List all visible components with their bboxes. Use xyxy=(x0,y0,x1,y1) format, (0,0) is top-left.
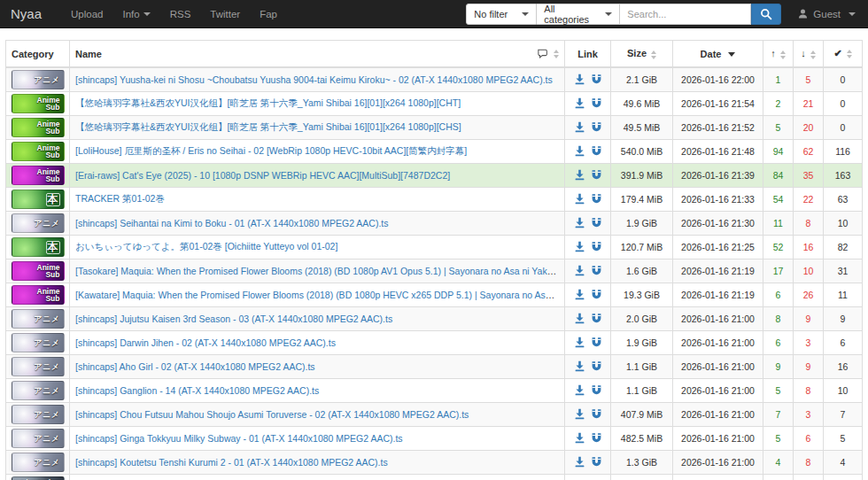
date-cell: 2026-01-16 21:00 xyxy=(673,427,763,451)
date-cell: 2026-01-16 21:00 xyxy=(673,451,763,475)
magnet-link[interactable] xyxy=(591,384,602,398)
category-link[interactable]: アニメ xyxy=(10,405,66,424)
user-menu[interactable]: Guest xyxy=(797,8,856,19)
size-cell: 1.9 GiB xyxy=(611,331,673,355)
magnet-link[interactable] xyxy=(591,169,602,182)
header-label: Link xyxy=(577,49,598,59)
magnet-link[interactable] xyxy=(591,408,602,422)
torrent-name-link[interactable]: [shincaps] Seihantai na Kimi to Boku - 0… xyxy=(75,218,388,228)
nav-item-twitter[interactable]: Twitter xyxy=(200,0,250,28)
download-torrent-link[interactable] xyxy=(574,193,585,206)
magnet-link[interactable] xyxy=(591,193,602,206)
leechers-cell: 10 xyxy=(794,475,824,480)
download-torrent-link[interactable] xyxy=(574,74,585,87)
torrent-name-link[interactable]: [Kawatare] Maquia: When the Promised Flo… xyxy=(75,290,565,300)
category-link[interactable]: AnimeSub xyxy=(10,261,66,281)
download-torrent-link[interactable] xyxy=(574,456,585,469)
header-date[interactable]: Date xyxy=(673,41,763,68)
torrent-name-link[interactable]: [shincaps] Jujutsu Kaisen 3rd Season - 0… xyxy=(75,314,392,324)
download-torrent-link[interactable] xyxy=(574,432,585,445)
category-link[interactable]: アニメ xyxy=(10,309,66,329)
magnet-link[interactable] xyxy=(591,241,602,254)
download-torrent-link[interactable] xyxy=(574,145,585,159)
category-select[interactable]: All categories xyxy=(537,4,620,25)
magnet-link[interactable] xyxy=(591,432,602,445)
header-category[interactable]: Category xyxy=(6,41,70,68)
magnet-link[interactable] xyxy=(591,74,602,87)
torrent-name-link[interactable]: [Tasokare] Maquia: When the Promised Flo… xyxy=(75,266,565,276)
download-torrent-link[interactable] xyxy=(574,337,585,350)
download-torrent-link[interactable] xyxy=(574,121,585,135)
download-torrent-link[interactable] xyxy=(574,265,585,278)
size-cell: 482.5 MiB xyxy=(611,427,673,451)
magnet-link[interactable] xyxy=(591,337,602,350)
torrent-name-link[interactable]: [shincaps] Yuusha-kei ni Shosu ~Choubats… xyxy=(75,74,553,85)
brand-logo[interactable]: Nyaa xyxy=(11,6,42,21)
header-seeders[interactable]: ↑ xyxy=(763,41,794,68)
magnet-link[interactable] xyxy=(591,360,602,374)
download-torrent-link[interactable] xyxy=(574,360,585,374)
nav-item-rss[interactable]: RSS xyxy=(160,0,201,28)
torrent-name-link[interactable]: おいちぃってゆってよ。第01-02巻 [Oichiitte Yutteyo vo… xyxy=(75,241,337,252)
header-link[interactable]: Link xyxy=(565,41,611,68)
sort-toggle-icon[interactable] xyxy=(554,50,559,58)
magnet-link[interactable] xyxy=(591,145,602,159)
header-size[interactable]: Size xyxy=(611,41,673,68)
link-cell xyxy=(565,116,611,140)
category-link[interactable]: アニメ xyxy=(10,70,66,89)
header-leechers[interactable]: ↓ xyxy=(794,41,824,68)
magnet-link[interactable] xyxy=(591,97,602,111)
magnet-link[interactable] xyxy=(591,456,602,469)
magnet-icon xyxy=(591,384,602,396)
torrent-name-link[interactable]: [Erai-raws] Cat's Eye (2025) - 10 [1080p… xyxy=(75,170,450,181)
torrent-name-link[interactable]: [shincaps] Darwin Jihen - 02 (AT-X 1440x… xyxy=(75,337,336,348)
nav-item-fap[interactable]: Fap xyxy=(250,0,287,28)
download-torrent-link[interactable] xyxy=(574,97,585,111)
category-link[interactable]: AnimeSub xyxy=(10,166,66,185)
category-link[interactable]: AnimeSub xyxy=(10,142,66,161)
category-link[interactable]: 本 xyxy=(10,190,66,209)
category-link[interactable]: アニメ xyxy=(10,213,66,233)
filter-select[interactable]: No filter xyxy=(466,4,537,25)
category-link[interactable]: AnimeSub xyxy=(10,118,66,137)
header-name[interactable]: Name xyxy=(70,41,565,68)
magnet-link[interactable] xyxy=(591,265,602,278)
seeders-cell: 8 xyxy=(763,307,794,331)
category-link[interactable]: アニメ xyxy=(10,381,66,400)
nav-item-upload[interactable]: Upload xyxy=(61,0,112,28)
torrent-name-link[interactable]: 【悠哈璃羽字幕社&西农YUI汉化组】[暗芝居 第十六季_Yami Shibai … xyxy=(75,121,461,132)
nav-item-info[interactable]: Info xyxy=(112,0,159,28)
magnet-link[interactable] xyxy=(591,313,602,326)
torrent-name-link[interactable]: [shincaps] Koutetsu Tenshi Kurumi 2 - 01… xyxy=(75,457,388,468)
magnet-link[interactable] xyxy=(591,217,602,230)
download-torrent-link[interactable] xyxy=(574,408,585,422)
torrent-name-link[interactable]: [shincaps] Ganglion - 14 (AT-X 1440x1080… xyxy=(75,385,319,396)
category-link[interactable]: アニメ xyxy=(10,453,66,472)
category-link[interactable]: AnimeSub xyxy=(10,94,66,113)
search-button[interactable] xyxy=(751,4,781,25)
torrent-name-link[interactable]: [shincaps] Chou Futsuu Mahou Shoujo Asum… xyxy=(75,409,469,420)
seeders-cell: 4 xyxy=(763,451,794,475)
category-link[interactable]: アニメ xyxy=(10,429,66,448)
magnet-link[interactable] xyxy=(591,289,602,302)
download-torrent-link[interactable] xyxy=(574,289,585,302)
category-link[interactable]: アニメ xyxy=(10,357,66,376)
header-completed[interactable]: ✔ xyxy=(824,41,863,68)
torrent-name-link[interactable]: [shincaps] Aho Girl - 02 (AT-X 1440x1080… xyxy=(75,361,315,372)
download-torrent-link[interactable] xyxy=(574,169,585,182)
download-torrent-link[interactable] xyxy=(574,313,585,326)
torrent-name-link[interactable]: [shincaps] Ginga Tokkyuu Milky Subway - … xyxy=(75,433,403,444)
category-link[interactable]: 本 xyxy=(10,237,66,257)
name-cell: [shincaps] Yuusha-kei ni Shosu ~Choubats… xyxy=(70,67,565,92)
category-link[interactable]: アニメ xyxy=(10,333,66,352)
category-link[interactable]: AnimeSub xyxy=(10,285,66,305)
category-link[interactable]: LiveActionRaw xyxy=(10,476,66,480)
download-torrent-link[interactable] xyxy=(574,241,585,254)
download-torrent-link[interactable] xyxy=(574,384,585,398)
magnet-link[interactable] xyxy=(591,121,602,135)
torrent-name-link[interactable]: 【悠哈璃羽字幕社&西农YUI汉化组】[暗芝居 第十六季_Yami Shibai … xyxy=(75,97,461,108)
download-torrent-link[interactable] xyxy=(574,217,585,230)
search-input[interactable] xyxy=(620,4,751,25)
torrent-name-link[interactable]: [LoliHouse] 厄里斯的圣杯 / Eris no Seihai - 02… xyxy=(75,145,467,156)
torrent-name-link[interactable]: TRACKER 第01-02巻 xyxy=(75,193,165,204)
